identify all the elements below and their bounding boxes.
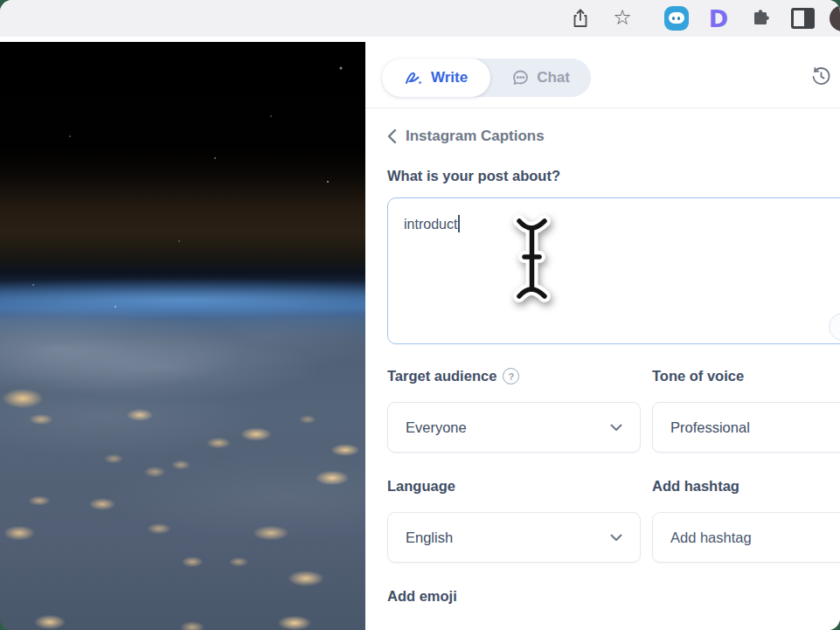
browser-toolbar: ☆ D <box>0 0 840 37</box>
earth-night-photo <box>0 42 365 630</box>
post-about-input[interactable]: introduct <box>387 197 840 344</box>
language-select[interactable]: English <box>387 512 641 563</box>
share-icon[interactable] <box>566 3 595 33</box>
bookmark-star-icon[interactable]: ☆ <box>607 3 637 33</box>
tone-select[interactable]: Professional <box>652 402 840 453</box>
chevron-down-icon <box>610 424 622 432</box>
post-about-value: introduct <box>404 217 457 232</box>
target-audience-select[interactable]: Everyone <box>387 402 641 453</box>
tab-write-label: Write <box>431 69 468 87</box>
profile-avatar[interactable] <box>830 5 840 31</box>
history-icon[interactable] <box>808 63 834 89</box>
chevron-left-icon <box>387 128 397 144</box>
back-label: Instagram Captions <box>406 128 545 145</box>
pen-icon <box>405 69 424 87</box>
chat-bot-extension-icon[interactable] <box>662 3 691 33</box>
hashtag-label: Add hashtag <box>652 478 840 495</box>
language-value: English <box>406 530 453 546</box>
help-icon[interactable]: ? <box>503 368 519 384</box>
post-about-label: What is your post about? <box>387 168 840 184</box>
tone-value: Professional <box>670 419 750 436</box>
tone-label: Tone of voice <box>652 368 840 384</box>
emoji-label: Add emoji <box>387 588 840 605</box>
tab-chat[interactable]: Chat <box>490 59 591 97</box>
panel-divider <box>365 107 840 108</box>
options-grid: Target audience ? Everyone Tone of voice… <box>387 368 840 563</box>
chat-bubble-icon <box>511 69 530 87</box>
hashtag-placeholder: Add hashtag <box>670 530 752 546</box>
tabs-row: Write Chat <box>387 59 840 97</box>
d-extension-icon[interactable]: D <box>704 3 733 33</box>
browser-window: ☆ D <box>0 0 840 630</box>
back-breadcrumb[interactable]: Instagram Captions <box>387 128 840 145</box>
target-audience-label: Target audience <box>387 368 496 384</box>
target-audience-value: Everyone <box>406 419 467 436</box>
language-label: Language <box>387 478 641 495</box>
text-caret <box>458 215 460 232</box>
writer-side-panel: Write Chat <box>365 42 840 630</box>
tab-write[interactable]: Write <box>382 59 490 97</box>
chevron-down-icon <box>610 534 622 542</box>
puzzle-extensions-icon[interactable] <box>746 3 775 33</box>
photo-city-lights-layer <box>0 42 365 630</box>
tab-chat-label: Chat <box>537 69 570 87</box>
hashtag-input[interactable]: Add hashtag <box>652 512 840 563</box>
side-panel-icon[interactable] <box>788 3 817 33</box>
write-chat-toggle: Write Chat <box>382 59 591 97</box>
